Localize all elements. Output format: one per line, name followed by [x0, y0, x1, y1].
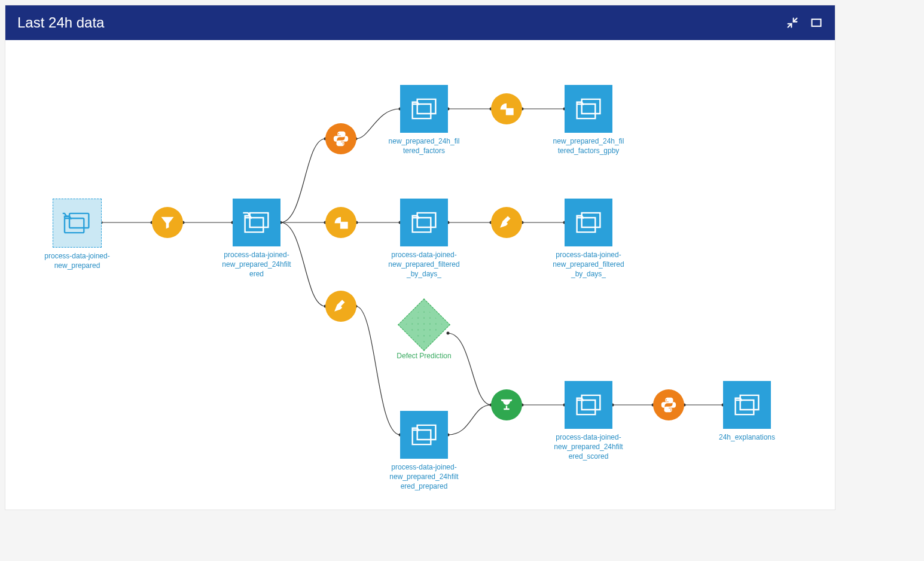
- folder-icon: [565, 381, 612, 429]
- dataset-label: process-data-joined-new_prepared: [41, 251, 113, 270]
- group-icon: [333, 214, 349, 231]
- dataset-label: process-data-joined-new_prepared_filtere…: [553, 250, 624, 279]
- dataset-label: new_prepared_24h_filtered_factors: [388, 136, 460, 156]
- maximize-icon[interactable]: [810, 16, 823, 29]
- dataset-label: new_prepared_24h_filtered_factors_gpby: [553, 136, 624, 156]
- model-label: Defect Prediction: [397, 352, 451, 360]
- python-icon: [332, 130, 350, 148]
- svg-rect-0: [812, 19, 821, 26]
- model-icon: [398, 298, 450, 351]
- titlebar-controls: [786, 16, 823, 29]
- model-defect-prediction[interactable]: Defect Prediction: [388, 306, 460, 360]
- folder-icon: [565, 199, 612, 246]
- folder-icon: [400, 411, 448, 459]
- dataset-process-data-joined-new-prepared[interactable]: process-data-joined-new_prepared: [41, 199, 113, 270]
- dataset-label: process-data-joined-new_prepared_24hfilt…: [388, 462, 460, 492]
- filter-icon: [159, 214, 176, 231]
- recipe-filter[interactable]: [152, 207, 183, 238]
- broom-icon: [499, 215, 514, 230]
- folder-icon: [400, 85, 448, 133]
- recipe-python-2[interactable]: [653, 389, 684, 420]
- dataset-label: process-data-joined-new_prepared_24hfilt…: [221, 250, 292, 279]
- group-icon: [498, 100, 515, 117]
- dataset-label: 24h_explanations: [719, 432, 775, 442]
- folder-icon: [233, 199, 280, 246]
- svg-rect-43: [69, 214, 89, 228]
- dataset-label: process-data-joined-new_prepared_filtere…: [388, 250, 460, 279]
- recipe-python-1[interactable]: [325, 123, 356, 154]
- dataset-filtered-factors[interactable]: new_prepared_24h_filtered_factors: [388, 85, 460, 156]
- svg-rect-44: [65, 218, 84, 233]
- dataset-filtered-by-days-2[interactable]: process-data-joined-new_prepared_filtere…: [553, 199, 624, 279]
- folder-icon: [723, 381, 771, 429]
- panel-title: Last 24h data: [17, 14, 786, 31]
- recipe-group-2[interactable]: [325, 207, 356, 238]
- folder-icon: [53, 199, 102, 248]
- dataset-label: process-data-joined-new_prepared_24hfilt…: [553, 432, 624, 462]
- recipe-score[interactable]: [491, 389, 522, 420]
- dataset-filtered-factors-gpby[interactable]: new_prepared_24h_filtered_factors_gpby: [553, 85, 624, 156]
- svg-rect-45: [506, 108, 514, 115]
- python-icon: [660, 396, 678, 414]
- recipe-group-1[interactable]: [491, 93, 522, 124]
- dataset-24h-explanations[interactable]: 24h_explanations: [711, 381, 783, 442]
- svg-rect-46: [340, 222, 348, 229]
- folder-icon: [565, 85, 612, 133]
- trophy-icon: [498, 397, 515, 413]
- dataset-24hfiltered[interactable]: process-data-joined-new_prepared_24hfilt…: [221, 199, 292, 279]
- dataset-filtered-by-days-1[interactable]: process-data-joined-new_prepared_filtere…: [388, 199, 460, 279]
- flow-canvas[interactable]: process-data-joined-new_prepared process…: [5, 40, 835, 510]
- panel-titlebar: Last 24h data: [5, 5, 835, 40]
- recipe-prepare-2[interactable]: [325, 291, 356, 322]
- recipe-prepare-1[interactable]: [491, 207, 522, 238]
- broom-icon: [333, 298, 349, 314]
- collapse-icon[interactable]: [786, 16, 799, 29]
- folder-icon: [400, 199, 448, 246]
- dataset-24hfiltered-scored[interactable]: process-data-joined-new_prepared_24hfilt…: [553, 381, 624, 462]
- flow-panel: Last 24h data: [5, 5, 835, 510]
- dataset-24hfiltered-prepared[interactable]: process-data-joined-new_prepared_24hfilt…: [388, 411, 460, 492]
